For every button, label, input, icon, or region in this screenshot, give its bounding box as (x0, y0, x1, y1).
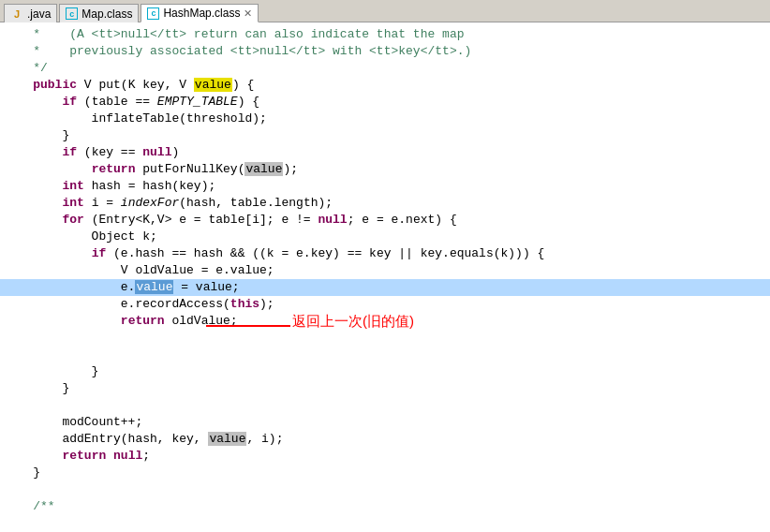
tab-map[interactable]: c Map.class (59, 4, 139, 22)
code-line (0, 481, 770, 498)
hashmap-icon: c (147, 7, 159, 20)
code-line: public V put(K key, V value) { (0, 77, 770, 94)
code-line: int i = indexFor(hash, table.length); (0, 195, 770, 212)
code-line: return putForNullKey(value); (0, 161, 770, 178)
code-line: modCount++; (0, 414, 770, 431)
code-line: /** (0, 498, 770, 515)
code-line: addEntry(hash, key, value, i); (0, 431, 770, 448)
code-annotation: 返回上一次(旧的值) (292, 313, 414, 330)
code-line: } (0, 465, 770, 481)
code-line: inflateTable(threshold); (0, 111, 770, 127)
code-line: for (Entry<K,V> e = table[i]; e != null;… (0, 212, 770, 229)
tab-label-hashmap: HashMap.class (163, 7, 240, 20)
tab-close-hashmap[interactable]: ✕ (244, 7, 252, 20)
code-line: return null; (0, 448, 770, 465)
code-line: */ (0, 60, 770, 77)
tab-hashmap[interactable]: c HashMap.class ✕ (141, 4, 259, 22)
code-line: if (e.hash == hash && ((k = e.key) == ke… (0, 245, 770, 262)
map-icon: c (66, 7, 78, 20)
code-editor: * (A <tt>null</tt> return can also indic… (0, 22, 770, 532)
code-line: } (0, 363, 770, 380)
code-line: } (0, 127, 770, 144)
tab-bar: J .java c Map.class c HashMap.class ✕ (0, 0, 770, 22)
code-line: * previously associated <tt>null</tt> wi… (0, 43, 770, 60)
code-line-highlighted: e.value = value; (0, 279, 770, 296)
code-line: if (table == EMPTY_TABLE) { (0, 94, 770, 111)
code-line: e.recordAccess(this); (0, 296, 770, 313)
tab-java[interactable]: J .java (4, 4, 57, 22)
code-line: * (A <tt>null</tt> return can also indic… (0, 26, 770, 43)
code-line: int hash = hash(key); (0, 178, 770, 195)
code-line: Object k; (0, 229, 770, 245)
code-line: } (0, 380, 770, 397)
tab-label-java: .java (27, 7, 51, 21)
code-line (0, 397, 770, 414)
code-line: V oldValue = e.value; (0, 262, 770, 279)
code-line-annotated: return oldValue; 返回上一次(旧的值) (0, 313, 770, 363)
java-icon: J (10, 7, 23, 21)
tab-label-map: Map.class (81, 7, 132, 21)
code-line: if (key == null) (0, 144, 770, 161)
